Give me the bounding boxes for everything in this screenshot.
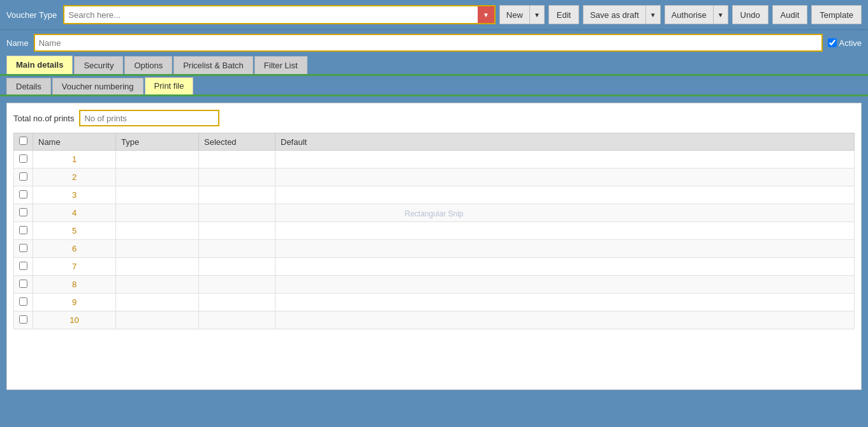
table-header-row: Name Type Selected Default	[14, 133, 855, 151]
row-5-default	[276, 222, 855, 240]
save-as-draft-split-button: Save as draft ▼	[583, 5, 661, 24]
row-9-num: 9	[33, 294, 116, 311]
active-checkbox[interactable]	[828, 38, 837, 47]
row-8-name	[116, 276, 199, 294]
table-row: 6	[14, 240, 855, 258]
row-8-checkbox-cell	[14, 276, 33, 294]
row-1-num: 1	[33, 151, 116, 169]
table-row: 3	[14, 186, 855, 204]
tab-options[interactable]: Options	[124, 56, 172, 74]
row-8-checkbox[interactable]	[19, 280, 27, 288]
row-4-checkbox[interactable]	[19, 208, 27, 216]
col-header-type: Type	[116, 133, 199, 151]
new-split-button: New ▼	[499, 5, 545, 24]
row-9-checkbox[interactable]	[19, 297, 27, 306]
row-7-checkbox[interactable]	[19, 262, 27, 270]
tab-main-details[interactable]: Main details	[6, 56, 73, 74]
row-4-type	[199, 204, 276, 222]
print-file-table: Name Type Selected Default 1	[13, 133, 855, 329]
tab-pricelist-batch[interactable]: Pricelist & Batch	[173, 56, 253, 74]
tab-security[interactable]: Security	[74, 56, 123, 74]
table-row: 10	[14, 311, 855, 329]
save-as-draft-button[interactable]: Save as draft	[583, 5, 645, 24]
tab-voucher-numbering[interactable]: Voucher numbering	[52, 78, 143, 94]
row-5-checkbox[interactable]	[19, 226, 27, 234]
search-dropdown-button[interactable]: ▼	[478, 6, 494, 23]
name-input[interactable]	[35, 35, 821, 50]
table-row: 9	[14, 294, 855, 311]
active-label: Active	[839, 38, 862, 48]
row-3-name	[116, 186, 199, 204]
row-3-type	[199, 186, 276, 204]
row-10-checkbox[interactable]	[19, 315, 27, 324]
row-7-num: 7	[33, 258, 116, 276]
row-8-default	[276, 276, 855, 294]
undo-button[interactable]: Undo	[732, 5, 769, 24]
row-1-type	[199, 151, 276, 169]
row-9-checkbox-cell	[14, 294, 33, 311]
row-3-num: 3	[33, 186, 116, 204]
row-6-name	[116, 240, 199, 258]
search-container: ▼	[63, 5, 496, 24]
table-row: 7	[14, 258, 855, 276]
tabs-row-1: Main details Security Options Pricelist …	[0, 56, 868, 76]
row-3-checkbox-cell	[14, 186, 33, 204]
row-1-checkbox[interactable]	[19, 154, 27, 163]
tab-print-file[interactable]: Print file	[145, 77, 194, 94]
row-2-num: 2	[33, 169, 116, 186]
row-9-name	[116, 294, 199, 311]
row-6-num: 6	[33, 240, 116, 258]
table-row: 4	[14, 204, 855, 222]
select-all-checkbox[interactable]	[19, 137, 27, 145]
new-button[interactable]: New	[499, 5, 529, 24]
row-7-checkbox-cell	[14, 258, 33, 276]
prints-input-container	[79, 110, 219, 126]
search-input[interactable]	[64, 10, 478, 20]
row-8-type	[199, 276, 276, 294]
table-row: 5	[14, 222, 855, 240]
tab-filter-list[interactable]: Filter List	[254, 56, 307, 74]
row-7-name	[116, 258, 199, 276]
template-button[interactable]: Template	[811, 5, 862, 24]
edit-button[interactable]: Edit	[548, 5, 579, 24]
name-row: Name Active	[0, 30, 868, 56]
table-row: 8	[14, 276, 855, 294]
row-2-checkbox[interactable]	[19, 172, 27, 181]
col-header-name: Name	[33, 133, 116, 151]
row-5-type	[199, 222, 276, 240]
row-4-checkbox-cell	[14, 204, 33, 222]
row-3-checkbox[interactable]	[19, 190, 27, 199]
authorise-dropdown-button[interactable]: ▼	[713, 5, 728, 24]
row-6-type	[199, 240, 276, 258]
row-8-num: 8	[33, 276, 116, 294]
voucher-type-label: Voucher Type	[6, 10, 57, 20]
name-input-container	[34, 34, 823, 52]
row-3-default	[276, 186, 855, 204]
row-1-default	[276, 151, 855, 169]
authorise-split-button: Authorise ▼	[665, 5, 728, 24]
row-5-name	[116, 222, 199, 240]
prints-input[interactable]	[80, 111, 218, 125]
row-4-default	[276, 204, 855, 222]
row-5-num: 5	[33, 222, 116, 240]
row-10-checkbox-cell	[14, 311, 33, 329]
table-row: 2	[14, 169, 855, 186]
row-6-checkbox[interactable]	[19, 244, 27, 252]
row-9-type	[199, 294, 276, 311]
row-10-type	[199, 311, 276, 329]
toolbar: Voucher Type ▼ New ▼ Edit Save as draft …	[0, 0, 868, 30]
col-header-checkbox	[14, 133, 33, 151]
save-as-draft-dropdown-button[interactable]: ▼	[645, 5, 661, 24]
tab-details[interactable]: Details	[6, 78, 51, 94]
total-prints-label: Total no.of prints	[13, 114, 74, 123]
new-dropdown-button[interactable]: ▼	[529, 5, 545, 24]
row-2-checkbox-cell	[14, 169, 33, 186]
row-1-name	[116, 151, 199, 169]
row-4-name	[116, 204, 199, 222]
row-2-name	[116, 169, 199, 186]
authorise-button[interactable]: Authorise	[665, 5, 713, 24]
row-10-name	[116, 311, 199, 329]
content-area: Total no.of prints Name Type Selected De…	[0, 96, 868, 396]
name-label: Name	[6, 38, 29, 48]
audit-button[interactable]: Audit	[772, 5, 808, 24]
